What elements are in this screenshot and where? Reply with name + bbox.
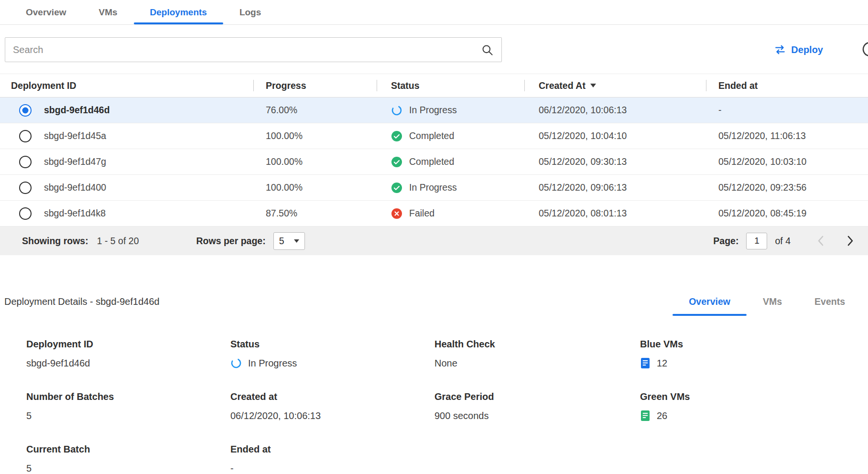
top-tab-bar: Overview VMs Deployments Logs [0, 0, 868, 25]
details-tab-bar: Overview VMs Events [673, 293, 861, 316]
sort-desc-icon [590, 84, 596, 87]
toolbar: Deploy [0, 25, 868, 74]
tab-deployments[interactable]: Deployments [134, 0, 223, 24]
tab-vms-label: VMs [99, 7, 118, 18]
details-tab-overview-label: Overview [689, 296, 730, 307]
row-radio[interactable] [19, 130, 32, 142]
detail-label: Blue VMs [640, 339, 861, 350]
search-box [5, 37, 502, 62]
details-title: Deployment Details - sbgd-9ef1d46d [4, 293, 160, 307]
deployment-details-section: Deployment Details - sbgd-9ef1d46d Overv… [0, 255, 868, 474]
details-tab-overview[interactable]: Overview [673, 293, 747, 316]
search-icon [481, 43, 494, 56]
prev-page-button[interactable] [817, 236, 824, 246]
chevron-right-icon [847, 236, 854, 246]
progress-cell: 87.50% [253, 208, 377, 219]
detail-label: Number of Batches [26, 391, 230, 402]
rows-per-page-value: 5 [279, 236, 284, 247]
column-header-deployment-id[interactable]: Deployment ID [0, 80, 253, 91]
deployment-id-cell: sbgd-9ef1d400 [44, 182, 106, 193]
deployment-id-cell: sbgd-9ef1d45a [44, 130, 106, 141]
created-at-cell: 05/12/2020, 09:30:13 [524, 156, 706, 167]
detail-field-ended-at: Ended at - [230, 444, 434, 474]
table-row[interactable]: sbgd-9ef1d47g 100.00% Completed 05/12/20… [0, 149, 868, 175]
detail-label: Current Batch [26, 444, 230, 455]
created-at-cell: 05/12/2020, 10:04:10 [524, 130, 706, 141]
detail-label: Status [230, 339, 434, 350]
showing-rows-label: Showing rows: [22, 236, 88, 247]
deploy-button[interactable]: Deploy [774, 44, 823, 55]
row-radio[interactable] [19, 156, 32, 168]
row-radio[interactable] [19, 182, 32, 194]
detail-value: 900 seconds [434, 409, 640, 422]
row-radio[interactable] [19, 207, 32, 220]
detail-value: 5 [26, 409, 230, 422]
column-header-created-at-label: Created At [539, 80, 586, 91]
blue-vm-icon [640, 357, 651, 369]
column-header-progress[interactable]: Progress [253, 80, 377, 91]
details-tab-vms[interactable]: VMs [747, 293, 798, 316]
tab-overview-label: Overview [26, 7, 66, 18]
page-number-input[interactable] [746, 233, 767, 249]
detail-field-created-at: Created at 06/12/2020, 10:06:13 [230, 391, 434, 422]
ended-at-cell: 05/12/2020, 08:45:19 [706, 208, 868, 219]
green-vm-icon [640, 410, 651, 421]
ended-at-cell: 05/12/2020, 11:06:13 [706, 130, 868, 141]
ended-at-cell: 05/12/2020, 10:03:10 [706, 156, 868, 167]
in-progress-spinner-icon [391, 105, 402, 116]
completed-check-icon [391, 130, 402, 142]
rows-per-page-label: Rows per page: [196, 236, 265, 247]
detail-field-number-of-batches: Number of Batches 5 [26, 391, 230, 422]
tab-vms[interactable]: VMs [83, 0, 134, 24]
completed-check-icon [391, 182, 402, 194]
detail-field-status: Status In Progress [230, 339, 434, 369]
search-input[interactable] [13, 44, 481, 55]
details-grid: Deployment ID sbgd-9ef1d46d Status In Pr… [4, 339, 861, 474]
detail-label: Created at [230, 391, 434, 402]
ended-at-cell: - [706, 105, 868, 116]
progress-cell: 100.00% [253, 182, 377, 193]
tab-logs[interactable]: Logs [223, 0, 277, 24]
detail-label: Green VMs [640, 391, 861, 402]
deploy-swap-arrows-icon [774, 44, 786, 55]
detail-value: 5 [26, 462, 230, 474]
created-at-cell: 05/12/2020, 09:06:13 [524, 182, 706, 193]
ended-at-cell: 05/12/2020, 09:23:56 [706, 182, 868, 193]
detail-value: None [434, 357, 640, 369]
table-row[interactable]: sbgd-9ef1d46d 76.00% In Progress 06/12/2… [0, 97, 868, 123]
column-header-ended-at[interactable]: Ended at [706, 80, 868, 91]
row-radio-selected[interactable] [19, 104, 32, 117]
status-label: In Progress [409, 182, 457, 193]
detail-field-grace-period: Grace Period 900 seconds [434, 391, 640, 422]
details-tab-vms-label: VMs [763, 296, 782, 307]
details-tab-events[interactable]: Events [798, 293, 861, 316]
detail-field-blue-vms: Blue VMs 12 [640, 339, 861, 369]
status-label: Failed [409, 208, 434, 219]
detail-label: Deployment ID [26, 339, 230, 350]
dropdown-caret-icon [294, 239, 299, 243]
detail-field-green-vms: Green VMs 26 [640, 391, 861, 422]
completed-check-icon [391, 156, 402, 168]
detail-value: 12 [657, 358, 667, 369]
table-footer: Showing rows: 1 - 5 of 20 Rows per page:… [0, 226, 868, 255]
column-header-status[interactable]: Status [377, 80, 524, 91]
table-row[interactable]: sbgd-9ef1d4k8 87.50% Failed 05/12/2020, … [0, 201, 868, 226]
in-progress-spinner-icon [230, 357, 242, 369]
detail-field-health-check: Health Check None [434, 339, 640, 369]
table-row[interactable]: sbgd-9ef1d45a 100.00% Completed 05/12/20… [0, 123, 868, 149]
showing-rows-value: 1 - 5 of 20 [97, 236, 139, 247]
tab-overview[interactable]: Overview [10, 0, 83, 24]
status-label: Completed [409, 130, 454, 141]
rows-per-page-select[interactable]: 5 [273, 232, 305, 250]
next-page-button[interactable] [847, 236, 854, 246]
deploy-button-label: Deploy [791, 44, 823, 55]
detail-value: 06/12/2020, 10:06:13 [230, 409, 434, 422]
refresh-icon[interactable] [859, 39, 868, 60]
column-header-created-at[interactable]: Created At [524, 80, 706, 91]
detail-field-current-batch: Current Batch 5 [26, 444, 230, 474]
deployment-id-cell: sbgd-9ef1d4k8 [44, 208, 106, 219]
pagination: Page: of 4 [713, 233, 857, 249]
detail-label: Grace Period [434, 391, 640, 402]
table-row[interactable]: sbgd-9ef1d400 100.00% In Progress 05/12/… [0, 175, 868, 201]
created-at-cell: 06/12/2020, 10:06:13 [524, 105, 706, 116]
